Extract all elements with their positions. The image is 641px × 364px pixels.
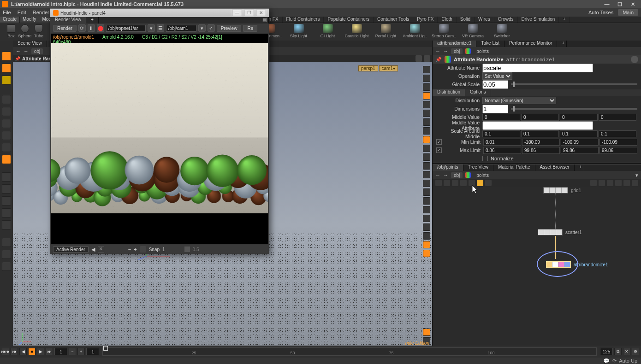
play-fwd[interactable]: ▶	[37, 348, 44, 355]
mid-1[interactable]	[521, 114, 559, 121]
param-crumb-obj[interactable]: obj	[451, 48, 463, 54]
global-scale-slider[interactable]	[511, 83, 637, 85]
rvt-14[interactable]	[423, 180, 430, 187]
end-frame[interactable]	[600, 348, 613, 355]
tool-5[interactable]	[2, 107, 11, 116]
rvt-9[interactable]	[423, 136, 430, 143]
rvt-21[interactable]	[423, 241, 430, 248]
rp-close[interactable]: ✕	[256, 10, 266, 16]
nv-tab-add[interactable]: +	[575, 164, 584, 171]
node-scatter[interactable]: scatter1	[538, 229, 582, 235]
render-button[interactable]: Render	[53, 25, 77, 32]
prev-key[interactable]: ⏮	[11, 348, 18, 355]
view-cam[interactable]: cam1▾	[379, 65, 398, 71]
pin-icon[interactable]: 📌	[15, 56, 20, 61]
shelf-tab[interactable]: Solid	[457, 17, 475, 23]
max-enable[interactable]	[436, 147, 442, 153]
render-view-tab[interactable]: Render View	[50, 17, 86, 23]
rvt-6[interactable]	[423, 110, 430, 117]
tool-17[interactable]	[2, 262, 11, 271]
rvt-5[interactable]	[423, 101, 430, 108]
rvt-12[interactable]	[423, 162, 430, 170]
path-obj[interactable]: obj	[31, 48, 43, 54]
param-tab-perf[interactable]: Performance Monitor	[504, 41, 557, 47]
normalize-check[interactable]	[482, 156, 488, 161]
param-fwd[interactable]: →	[443, 48, 448, 54]
nv-t-3[interactable]	[452, 180, 458, 186]
rp-max[interactable]: ☐	[244, 10, 254, 16]
mid-3[interactable]	[599, 114, 636, 121]
first-frame[interactable]: ⏮⏮	[2, 348, 9, 355]
pin-icon[interactable]: 📌	[435, 57, 442, 63]
rvt-16[interactable]	[423, 197, 430, 205]
nv-t-6[interactable]	[477, 180, 483, 186]
tool-6[interactable]	[2, 119, 11, 128]
shelf-tab-modify[interactable]: Modify	[20, 17, 39, 23]
tl-opt-1[interactable]: ⧉	[614, 348, 622, 355]
global-scale-field[interactable]	[482, 80, 508, 89]
cam-picker[interactable]: ▾	[198, 24, 206, 32]
nv-t-8[interactable]	[590, 180, 597, 186]
nv-t-10[interactable]	[607, 180, 613, 186]
play-back[interactable]: ◀	[19, 348, 27, 355]
node-attribrandomize[interactable]: attribrandomize1	[546, 261, 608, 268]
nv-crumb-obj[interactable]: obj	[451, 172, 463, 178]
prev-snap[interactable]: ◀	[91, 247, 95, 252]
attr-name-field[interactable]	[482, 64, 593, 72]
nv-crumb-node[interactable]: points	[474, 172, 492, 178]
nv-t-9[interactable]	[599, 180, 605, 186]
tool-box[interactable]: Box	[5, 24, 17, 39]
tool-9[interactable]	[2, 155, 11, 164]
view-persp[interactable]: persp1	[358, 65, 378, 71]
mid-0[interactable]	[482, 114, 520, 121]
network-view[interactable]: grid1 scatter1 attribrandomize1	[433, 187, 641, 348]
rvt-11[interactable]	[423, 153, 430, 161]
tool-12[interactable]	[2, 196, 11, 205]
rvt-2[interactable]	[423, 75, 430, 82]
del-snap[interactable]: ✕	[98, 246, 104, 252]
param-tab-add[interactable]: +	[557, 41, 567, 47]
shelf-tab[interactable]: Wires	[475, 17, 494, 23]
shelf-tool[interactable]: Caustic Light	[344, 24, 369, 40]
nv-tab-tree[interactable]: Tree View	[463, 164, 493, 171]
shelf-tool[interactable]: Sky Light	[286, 24, 311, 40]
re-button[interactable]: Re	[243, 25, 257, 32]
nv-fwd[interactable]: →	[443, 172, 448, 178]
subtab-options[interactable]: Options	[465, 89, 491, 96]
fwd-button[interactable]: →	[24, 48, 29, 54]
rop-picker[interactable]: ▾	[148, 24, 155, 32]
camera-icon[interactable]	[140, 246, 146, 252]
stop[interactable]: ■	[28, 348, 36, 355]
tool-13[interactable]	[2, 208, 11, 217]
shelf-tool[interactable]: VR Camera	[460, 24, 486, 40]
shelf-tab[interactable]: Drive Simulation	[518, 17, 559, 23]
rvb-1[interactable]	[423, 329, 430, 336]
tl-opt-2[interactable]: ✕	[623, 348, 630, 355]
tl-opt-3[interactable]: ⚙	[632, 348, 639, 355]
auto-takes-toggle[interactable]: Auto Takes	[588, 10, 613, 15]
pause-icon[interactable]: ⏸	[88, 24, 95, 32]
render-panel[interactable]: Houdini-Indie - panel4 —☐✕ Render View+ …	[50, 8, 269, 254]
dec-frame[interactable]: −	[69, 348, 76, 355]
gear-icon[interactable]	[631, 56, 638, 63]
shelf-tab[interactable]: Fluid Containers	[283, 17, 324, 23]
max-2[interactable]	[561, 147, 599, 154]
cam-path-field[interactable]	[166, 25, 196, 32]
tool-11[interactable]	[2, 184, 11, 194]
tool-3[interactable]	[2, 76, 11, 85]
shelf-tab-add[interactable]: +	[559, 17, 570, 23]
max-3[interactable]	[599, 147, 637, 154]
min-3[interactable]	[599, 139, 637, 146]
rvt-3[interactable]	[423, 83, 430, 91]
menu-render[interactable]: Render	[33, 10, 49, 15]
rp-pin[interactable]: ▤	[261, 17, 269, 23]
distribution-select[interactable]: Normal (Gaussian)	[482, 97, 556, 104]
min-0[interactable]	[483, 139, 521, 146]
shelf-tab[interactable]: Crowds	[494, 17, 518, 23]
rp-plus[interactable]: +	[86, 17, 99, 23]
rvt-7[interactable]	[423, 118, 430, 126]
start-frame[interactable]	[54, 348, 67, 355]
rop-path-field[interactable]	[106, 25, 146, 32]
rvt-15[interactable]	[423, 188, 430, 196]
node-grid[interactable]: grid1	[543, 187, 581, 194]
